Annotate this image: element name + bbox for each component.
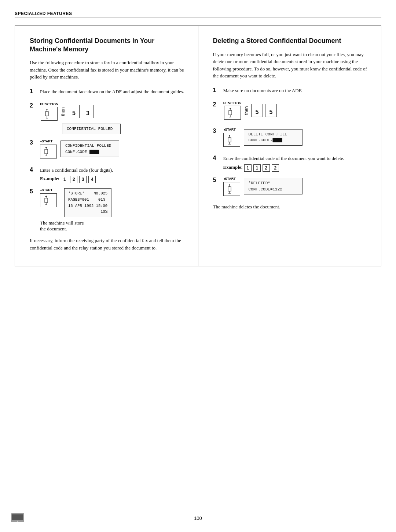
- confidential-polled-display: CONFIDENTIAL POLLED: [62, 124, 121, 134]
- step-5-display-row: ⬧START: [40, 188, 187, 217]
- right-step-4: 4 Enter the confidential code of the doc…: [213, 155, 370, 172]
- left-step-3: 3 ⬧START: [30, 139, 187, 161]
- right-step-num-3: 3: [213, 128, 220, 134]
- step-4-example: Example: 1 2 3 4: [40, 176, 187, 183]
- start-block-left-5: ⬧START: [40, 188, 57, 207]
- start-key-left-5: [40, 193, 57, 207]
- right-step-5: 5 ⬧START: [213, 177, 370, 199]
- svg-marker-4: [46, 109, 48, 110]
- svg-rect-10: [45, 198, 48, 203]
- right-step-4-content: Enter the confidential code of the docum…: [223, 155, 370, 172]
- step-3-display-row: ⬧START: [40, 139, 187, 158]
- right-start-block-5: ⬧START: [223, 177, 240, 196]
- section-header-text: SPECIALIZED FEATURES: [15, 11, 72, 16]
- right-step-3-content: ⬧START: [223, 128, 370, 150]
- start-label-left-3: ⬧START: [40, 139, 52, 143]
- right-step-2-key-row: FUNCTION then: [223, 101, 370, 120]
- svg-marker-9: [45, 147, 47, 148]
- right-step-3: 3 ⬧START: [213, 128, 370, 150]
- step-num-4: 4: [30, 167, 36, 173]
- step-3-conf-display-left: CONFIDENTIAL POLLEDCONF.CODE-████: [60, 141, 119, 157]
- right-start-label-3: ⬧START: [223, 128, 236, 131]
- right-step-2: 2 FUNCTION: [213, 101, 370, 123]
- start-block-left-3: ⬧START: [40, 139, 57, 158]
- section-header: SPECIALIZED FEATURES: [15, 11, 381, 18]
- key-3-left: 3: [82, 105, 94, 118]
- right-key-5b: 5: [265, 104, 277, 117]
- svg-marker-24: [228, 135, 231, 136]
- step-2-key-row: FUNCTION then: [40, 102, 187, 121]
- bottom-left-decorative-icon: [11, 513, 24, 525]
- svg-rect-0: [45, 112, 48, 116]
- step-1-text: Place the document face down on the ADF …: [40, 88, 187, 95]
- page-container: SPECIALIZED FEATURES Storing Confidentia…: [0, 0, 396, 532]
- step-5-store-display: *STORE* NO.025 PAGES=001 01% 16-APR-1992…: [64, 188, 111, 217]
- right-start-label-5: ⬧START: [223, 177, 236, 181]
- right-step-3-display-row: ⬧START: [223, 128, 370, 147]
- left-title: Storing Confidential Documents in Your M…: [30, 37, 187, 53]
- right-step-num-4: 4: [213, 155, 220, 161]
- page-footer: 100: [0, 515, 396, 521]
- left-step-2: 2 FUNCTION: [30, 102, 187, 134]
- right-start-block-3: ⬧START: [223, 128, 240, 147]
- right-column: Deleting a Stored Confidential Document …: [198, 26, 381, 266]
- machine-deletes-text: The machine deletes the document.: [213, 204, 370, 210]
- then-text-left-2: then: [60, 104, 66, 119]
- left-column: Storing Confidential Documents in Your M…: [15, 26, 198, 266]
- left-intro: Use the following procedure to store a f…: [30, 59, 187, 81]
- right-function-key: [224, 106, 241, 120]
- function-key: [41, 107, 58, 121]
- right-start-key-3: [223, 133, 240, 147]
- step-num-2: 2: [30, 102, 36, 109]
- function-key-label: FUNCTION: [40, 102, 58, 106]
- right-step-1-content: Make sure no documents are on the ADF.: [223, 87, 370, 96]
- step-2-display-row: CONFIDENTIAL POLLED: [62, 124, 187, 134]
- step-3-content: ⬧START: [40, 139, 187, 161]
- right-step-num-5: 5: [213, 177, 220, 183]
- step-num-3: 3: [30, 139, 36, 146]
- right-step-num-2: 2: [213, 101, 220, 108]
- svg-rect-15: [229, 110, 232, 115]
- svg-marker-14: [45, 196, 47, 197]
- right-step-5-deleted-display: *DELETED*CONF.CODE=1122: [244, 178, 302, 194]
- key-5-left: 5: [68, 105, 80, 118]
- right-start-key-5: [223, 182, 240, 196]
- right-step-5-content: ⬧START: [223, 177, 370, 199]
- svg-rect-5: [45, 149, 48, 154]
- svg-rect-25: [228, 187, 231, 191]
- step-2-content: FUNCTION then: [40, 102, 187, 134]
- right-step-3-conf-display: DELETE CONF.FILECONF.CODE-████: [244, 129, 302, 146]
- left-step-4: 4 Enter a confidential code (four digits…: [30, 167, 187, 183]
- left-step-1: 1 Place the document face down on the AD…: [30, 88, 187, 98]
- step-5-content: ⬧START: [40, 188, 187, 232]
- right-function-key-label: FUNCTION: [223, 101, 242, 105]
- step-num-1: 1: [30, 88, 36, 95]
- right-title: Deleting a Stored Confidential Document: [213, 37, 370, 45]
- right-step-1: 1 Make sure no documents are on the ADF.: [213, 87, 370, 96]
- two-column-layout: Storing Confidential Documents in Your M…: [15, 25, 381, 266]
- step-1-content: Place the document face down on the ADF …: [40, 88, 187, 98]
- page-number: 100: [194, 515, 202, 521]
- svg-marker-29: [228, 184, 231, 185]
- right-step-5-display-row: ⬧START: [223, 177, 370, 196]
- step-num-5: 5: [30, 188, 36, 195]
- right-step-4-example: Example: 1 1 2 2: [223, 164, 370, 172]
- right-key-5a: 5: [251, 104, 263, 117]
- left-step-5: 5 ⬧START: [30, 188, 187, 232]
- right-intro: If your memory becomes full, or you just…: [213, 51, 370, 80]
- svg-point-32: [17, 521, 18, 522]
- step-4-text: Enter a confidential code (four digits).: [40, 167, 187, 174]
- machine-store-text: The machine will storethe document.: [40, 220, 187, 232]
- step-4-content: Enter a confidential code (four digits).…: [40, 167, 187, 183]
- then-text-right-2: then: [244, 103, 249, 118]
- right-step-1-text: Make sure no documents are on the ADF.: [223, 87, 370, 94]
- svg-marker-19: [229, 108, 231, 109]
- start-label-left-5: ⬧START: [40, 188, 52, 192]
- right-step-num-1: 1: [213, 87, 220, 94]
- svg-rect-20: [228, 138, 231, 142]
- right-step-4-text: Enter the confidential code of the docum…: [223, 155, 370, 162]
- svg-rect-31: [12, 514, 23, 520]
- right-step-2-content: FUNCTION then: [223, 101, 370, 123]
- start-key-left-3: [40, 145, 57, 158]
- left-note: If necessary, inform the receiving party…: [30, 237, 187, 251]
